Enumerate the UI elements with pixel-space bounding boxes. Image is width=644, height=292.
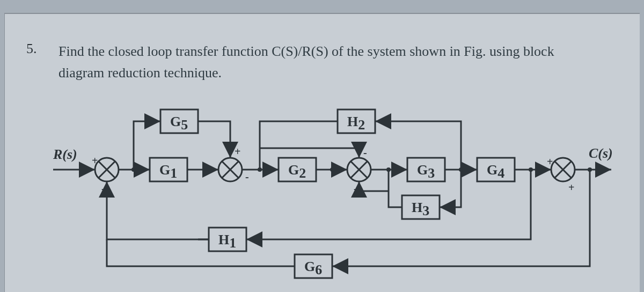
- summing-junction-2: [218, 158, 242, 181]
- sign-s1-minus: -: [101, 182, 105, 194]
- wire-g6-left-up: [107, 239, 295, 266]
- output-label: C(s): [589, 145, 613, 161]
- summing-junction-1: [95, 158, 119, 181]
- sign-s2-plus: +: [235, 145, 240, 157]
- wire-h3-to-s3bot: [359, 181, 389, 191]
- sign-s4-top: +: [547, 156, 553, 167]
- wire-g5-to-s2: [198, 121, 230, 158]
- node-after-g2: [330, 167, 334, 172]
- question-number: 5.: [26, 41, 37, 57]
- sign-s2-minus: -: [245, 171, 249, 182]
- sign-s4-bot: +: [568, 181, 574, 193]
- sign-s3-bot: -: [354, 182, 357, 194]
- summing-junction-3: [347, 158, 371, 181]
- sign-s1-plus: +: [92, 155, 98, 166]
- wire-h1-to-sum1: [107, 181, 209, 239]
- wire-h2-to-s3top: [260, 148, 359, 158]
- summing-junction-4: [551, 158, 575, 181]
- input-label: R(s): [53, 147, 77, 162]
- block-diagram: R(s) + - G1 + - G2: [37, 94, 617, 292]
- question-text: Find the closed loop transfer function C…: [58, 41, 586, 84]
- sign-s3-top: -: [363, 147, 367, 158]
- page: 5. Find the closed loop transfer functio…: [4, 13, 640, 292]
- wire-h3-up: [389, 170, 402, 207]
